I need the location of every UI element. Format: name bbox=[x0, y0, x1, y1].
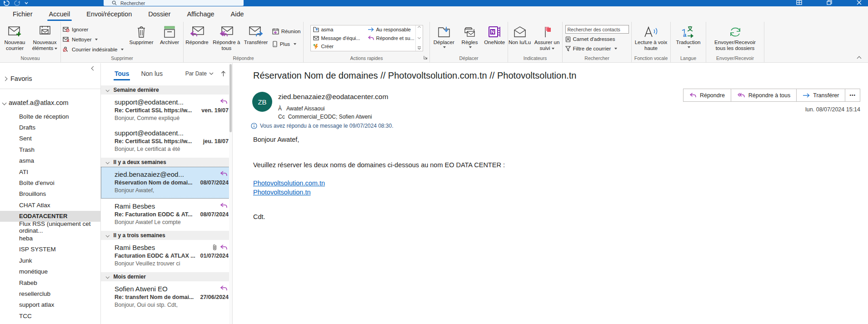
translate-button[interactable]: a Traduction bbox=[673, 23, 703, 55]
cleanup-button[interactable]: Nettoyer bbox=[61, 35, 127, 44]
sort-by-button[interactable]: Par Date bbox=[185, 70, 214, 77]
sidebar-item-trash[interactable]: Trash bbox=[0, 144, 100, 155]
sidebar-item-resellerclub[interactable]: resellerclub bbox=[0, 288, 100, 299]
list-item-email[interactable]: Rami Besbes Re: Facturation EODC & AT...… bbox=[101, 199, 232, 229]
follow-up-button[interactable]: Assurer un suivi bbox=[532, 23, 562, 55]
quick-steps-scrollbar[interactable] bbox=[415, 25, 423, 51]
dialog-launcher-icon[interactable] bbox=[423, 54, 428, 62]
list-group-header[interactable]: Il y a deux semaines bbox=[101, 158, 232, 167]
move-button[interactable]: Déplacer bbox=[430, 23, 458, 55]
account-header[interactable]: awatef.a@atlax.com bbox=[3, 96, 100, 109]
sidebar-item-sent[interactable]: Sent bbox=[0, 133, 100, 144]
reply-button[interactable]: Répondre bbox=[184, 23, 210, 55]
redo-icon[interactable] bbox=[14, 0, 20, 6]
message-list-scrollbar[interactable] bbox=[229, 63, 232, 324]
sidebar-item-flux-rss[interactable]: Flux RSS (uniquement cet ordinat... bbox=[0, 222, 100, 233]
tab-aide[interactable]: Aide bbox=[223, 6, 252, 22]
tab-fichier[interactable]: Fichier bbox=[5, 6, 41, 22]
list-item-email[interactable]: Sofien Atweni EO Re: transfert Nom de do… bbox=[101, 281, 232, 312]
list-group-header[interactable]: Mois dernier bbox=[101, 272, 232, 281]
sidebar-item-isp-system[interactable]: ISP SYSTEM bbox=[0, 244, 100, 255]
reply-all-message-button[interactable]: Répondre à tous bbox=[731, 89, 797, 102]
collapse-ribbon-icon[interactable] bbox=[857, 56, 862, 61]
tab-affichage[interactable]: Affichage bbox=[179, 6, 222, 22]
tab-envoi-reception[interactable]: Envoi/réception bbox=[78, 6, 140, 22]
sidebar-item-drafts[interactable]: Drafts bbox=[0, 122, 100, 133]
quick-access-caret-icon[interactable] bbox=[25, 2, 28, 5]
sidebar-item-junk[interactable]: Junk bbox=[0, 255, 100, 266]
quick-steps-scroll-up-icon[interactable] bbox=[417, 26, 420, 29]
list-item-email[interactable]: support@eodatacent... Re: Certificat SSL… bbox=[101, 95, 232, 125]
forward-message-button[interactable]: Transférer bbox=[796, 89, 845, 102]
to-recipient[interactable]: Awatef Aissaoui bbox=[286, 105, 325, 112]
quick-steps-more-icon[interactable] bbox=[417, 46, 421, 50]
sidebar-item-heba[interactable]: heba bbox=[0, 233, 100, 244]
undo-icon[interactable] bbox=[4, 0, 10, 6]
sidebar-item-monetique[interactable]: monétique bbox=[0, 266, 100, 277]
collapse-folder-pane-icon[interactable] bbox=[91, 66, 96, 71]
meeting-button[interactable]: Réunion bbox=[270, 27, 303, 35]
account-chevron-icon[interactable] bbox=[2, 100, 7, 105]
sidebar-item-inbox[interactable]: Boîte de réception bbox=[0, 111, 100, 122]
sender-address[interactable]: zied.benazaiez@eodatacenter.com bbox=[278, 93, 388, 101]
read-aloud-button[interactable]: Lecture à voix haute bbox=[635, 23, 668, 55]
window-switch-icon[interactable] bbox=[796, 0, 802, 5]
sidebar-item-asma[interactable]: asma bbox=[0, 155, 100, 166]
mail-filter-button[interactable]: Filtre de courrier bbox=[565, 45, 629, 53]
archive-button[interactable]: Archiver bbox=[156, 23, 183, 55]
cc-label: Cc bbox=[278, 114, 285, 120]
onenote-button[interactable]: N OneNote bbox=[481, 23, 508, 55]
new-items-button[interactable]: Nouveaux éléments bbox=[30, 23, 60, 55]
translate-label: Traduction bbox=[676, 40, 701, 45]
quick-step-asma[interactable]: asma bbox=[311, 25, 365, 34]
unread-button[interactable]: Non lu/Lu bbox=[509, 23, 531, 55]
delete-button[interactable]: Supprimer bbox=[128, 23, 155, 55]
quick-steps-scroll-down-icon[interactable] bbox=[417, 36, 420, 39]
more-button[interactable]: Plus bbox=[270, 40, 303, 48]
sort-ascending-icon[interactable] bbox=[221, 71, 226, 77]
list-item-email-selected[interactable]: zied.benazaiez@eod... Réservation Nom de… bbox=[101, 167, 232, 199]
tab-dossier[interactable]: Dossier bbox=[140, 6, 179, 22]
restore-window-icon[interactable] bbox=[827, 0, 832, 5]
more-actions-button[interactable]: ••• bbox=[845, 89, 860, 102]
close-icon[interactable] bbox=[857, 0, 862, 5]
reply-message-button[interactable]: Répondre bbox=[683, 89, 731, 102]
quick-step-create[interactable]: Créer bbox=[311, 42, 365, 51]
quick-step-reply-delete[interactable]: Répondre et su... bbox=[365, 34, 415, 43]
cc-recipients[interactable]: Commercial_EODC; Sofien Atweni bbox=[288, 114, 372, 120]
sidebar-item-support-atlax[interactable]: support atlax bbox=[0, 299, 100, 310]
domain-link-1[interactable]: Photovoltsolution.com.tn bbox=[253, 179, 325, 187]
filter-tab-all[interactable]: Tous bbox=[115, 70, 129, 77]
forward-button[interactable]: Transférer bbox=[243, 23, 269, 55]
domain-link-2[interactable]: Photovoltsolution.tn bbox=[253, 189, 311, 196]
sidebar-item-whmcs[interactable]: whmcs bbox=[0, 321, 100, 324]
ignore-button[interactable]: Ignorer bbox=[61, 25, 127, 34]
scrollbar-thumb[interactable] bbox=[229, 64, 232, 132]
reply-all-button[interactable]: Répondre à tous bbox=[211, 23, 242, 55]
rules-button[interactable]: Règles bbox=[459, 23, 481, 55]
sidebar-item-tcc[interactable]: TCC bbox=[0, 310, 100, 321]
avatar[interactable]: ZB bbox=[252, 92, 272, 112]
search-contacts-input[interactable]: Rechercher des contacts bbox=[565, 25, 629, 34]
tab-accueil[interactable]: Accueil bbox=[41, 6, 79, 22]
list-group-header[interactable]: Semaine dernière bbox=[101, 85, 232, 95]
sidebar-item-ati[interactable]: ATI bbox=[0, 166, 100, 177]
quick-step-team-message[interactable]: Message d'équi... bbox=[311, 34, 365, 43]
sidebar-item-brouillons[interactable]: Brouillons bbox=[0, 189, 100, 199]
quick-step-to-manager[interactable]: Au responsable bbox=[365, 25, 415, 34]
favorites-chevron-icon[interactable] bbox=[3, 76, 8, 81]
address-book-button[interactable]: Carnet d'adresses bbox=[565, 35, 629, 43]
sidebar-item-boite-envoi[interactable]: Boîte d'envoi bbox=[0, 177, 100, 188]
list-item-email[interactable]: support@eodatacent... Re: Certificat SSL… bbox=[101, 125, 232, 156]
list-item-email[interactable]: Rami Besbes Facturation EODC & ATLAX ...… bbox=[101, 240, 232, 271]
favorites-section[interactable]: Favoris bbox=[4, 72, 100, 85]
sidebar-item-rabeb[interactable]: Rabeb bbox=[0, 277, 100, 288]
quick-step-reply-delete-label: Répondre et su... bbox=[376, 35, 414, 41]
send-receive-button[interactable]: Envoyer/Recevoir tous les dossiers bbox=[710, 23, 761, 55]
filter-tab-unread[interactable]: Non lus bbox=[141, 70, 162, 77]
search-input[interactable]: Rechercher bbox=[104, 0, 244, 6]
junk-button[interactable]: Courrier indésirable bbox=[61, 45, 127, 54]
list-group-header[interactable]: Il y a trois semaines bbox=[101, 231, 232, 240]
new-mail-button[interactable]: Nouveau courrier bbox=[1, 23, 29, 55]
sidebar-item-chat-atlax[interactable]: CHAT Atlax bbox=[0, 199, 100, 210]
